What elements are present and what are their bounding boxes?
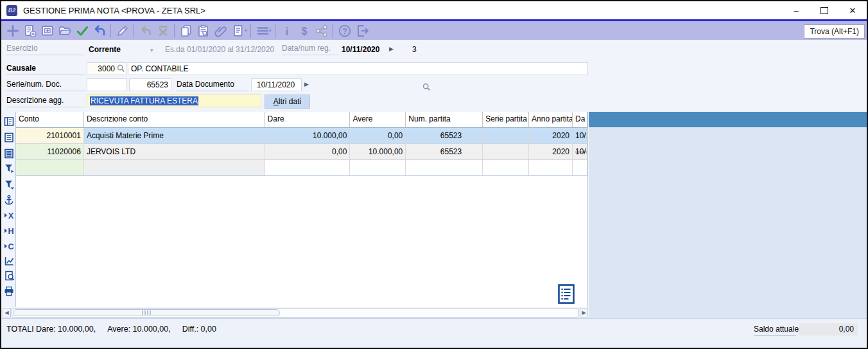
cell-conto[interactable]: 11020006 [16,144,84,160]
cell-avere[interactable] [350,160,406,176]
date-next-icon[interactable]: ▶ [304,81,309,87]
column-header-num_partita[interactable]: Num. partita [406,112,483,127]
cell-da_data[interactable]: 10/1 [573,144,587,160]
open-button[interactable] [56,22,73,39]
cell-serie_partita[interactable] [483,128,529,144]
copy-button[interactable] [177,22,195,39]
minimize-button[interactable]: – [782,1,810,19]
anchor-button[interactable] [3,193,15,206]
chevron-down-icon[interactable]: ▾ [245,28,247,33]
cell-dare[interactable]: 0,00 [265,144,351,160]
edit-button[interactable] [114,22,131,39]
info-icon: i [280,24,294,38]
scroll-right-button[interactable]: ▶ [580,308,588,318]
print-preview-button[interactable] [3,269,15,282]
cell-conto[interactable] [16,160,84,176]
revert-button[interactable] [137,22,154,39]
help-icon: ? [338,24,352,38]
descrizione-agg-field[interactable]: RICEVUTA FATTURA ESTERA [87,94,261,107]
new-record-icon [23,24,37,38]
notes-icon [558,284,575,304]
next-reg-icon[interactable]: ▶ [389,46,394,52]
notes-button[interactable] [557,283,575,305]
svg-text:C: C [8,242,13,251]
exit-button[interactable] [353,22,370,39]
toolbar-separator [250,24,251,38]
goto-x-button[interactable]: X [3,209,15,222]
menu-button[interactable] [254,22,271,39]
cell-avere[interactable]: 10.000,00 [350,144,406,160]
record-card-icon [3,116,15,127]
cell-descrizione[interactable]: Acquisti Materie Prime [84,128,265,144]
document-menu-button[interactable] [229,22,247,39]
record-lines-button[interactable] [3,131,15,144]
column-header-avere[interactable]: Avere [350,112,406,127]
goto-c-button[interactable]: C [3,240,15,253]
goto-h-button[interactable]: H [3,224,15,237]
close-button[interactable]: ✕ [838,1,867,19]
data-documento-field[interactable]: 10/11/2020 [251,78,302,91]
delete-row-button[interactable] [154,22,171,39]
horizontal-scrollbar[interactable] [12,308,579,318]
numero-doc-field[interactable]: 65523 [129,78,171,91]
column-header-conto[interactable]: Conto [16,112,84,127]
currency-button[interactable]: $ [295,22,313,39]
column-header-dare[interactable]: Dare [265,112,351,127]
table-row[interactable]: 21010001Acquisti Materie Prime10.000,000… [16,128,587,144]
cell-anno_partita[interactable] [529,160,573,176]
cell-da_data[interactable] [573,160,587,176]
scroll-left-button[interactable]: ◀ [3,308,11,318]
column-header-serie_partita[interactable]: Serie partita [483,112,529,127]
cell-anno_partita[interactable]: 2020 [529,144,573,160]
reg-number-field[interactable]: 3 [412,45,417,54]
cell-conto[interactable]: 21010001 [16,128,84,144]
new-window-button[interactable] [39,22,56,39]
print-button[interactable] [3,285,15,298]
table-row[interactable]: 11020006JERVOIS LTD0,0010.000,0065523202… [16,144,587,160]
search-icon[interactable] [422,83,431,93]
causale-lookup-icon[interactable] [117,64,125,75]
add-button[interactable] [4,22,21,39]
attachment-button[interactable] [212,22,229,39]
chart-button[interactable] [3,255,15,267]
info-button[interactable]: i [278,22,295,39]
table-row[interactable] [16,160,587,176]
cell-avere[interactable]: 0,00 [350,128,406,144]
serie-doc-field[interactable] [87,78,127,91]
chevron-down-icon[interactable]: ▾ [150,47,153,53]
record-table-button[interactable] [3,147,15,160]
cell-descrizione[interactable]: JERVOIS LTD [84,144,265,160]
scrollbar-thumb[interactable] [13,309,280,316]
cell-num_partita[interactable]: 65523 [406,128,483,144]
cell-dare[interactable] [265,160,351,176]
causale-description-field[interactable]: OP. CONTABILE [128,62,588,75]
undo-button[interactable] [91,22,108,39]
cell-serie_partita[interactable] [483,144,529,160]
column-header-descrizione[interactable]: Descrizione conto [84,112,265,127]
registry-search-button[interactable] [195,22,212,39]
chevron-down-icon[interactable]: ▾ [269,28,272,33]
cell-da_data[interactable]: 10/1 [573,128,587,144]
filter-apply-button[interactable] [3,162,15,175]
add-icon [6,24,20,38]
share-button[interactable] [313,22,330,39]
cell-descrizione[interactable] [84,160,265,176]
print-icon [3,285,15,297]
confirm-button[interactable] [73,22,91,39]
cell-anno_partita[interactable]: 2020 [529,128,573,144]
cell-dare[interactable]: 10.000,00 [265,128,351,144]
altri-dati-button[interactable]: Altri dati [265,94,310,109]
column-header-anno_partita[interactable]: Anno partita [529,112,573,127]
help-button[interactable]: ? [336,22,353,39]
filter-remove-button[interactable] [3,178,15,191]
column-header-da_data[interactable]: Da d [573,112,587,127]
cell-num_partita[interactable]: 65523 [406,144,483,160]
find-button[interactable]: Trova (Alt+F1) [804,24,865,39]
maximize-button[interactable] [810,1,838,19]
esercizio-dropdown[interactable]: Corrente [89,45,121,54]
new-record-button[interactable] [21,22,39,39]
cell-num_partita[interactable] [406,160,483,176]
record-card-button[interactable] [3,115,15,128]
cell-serie_partita[interactable] [483,160,529,176]
reg-date-field[interactable]: 10/11/2020 [342,45,379,54]
